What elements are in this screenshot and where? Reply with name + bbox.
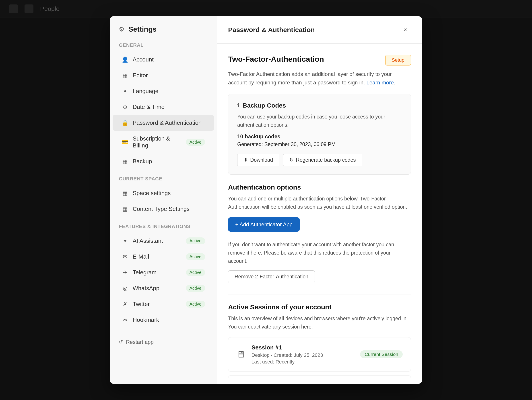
twitter-label: Twitter xyxy=(133,301,182,308)
backup-card-title: Backup Codes xyxy=(243,102,286,109)
sidebar-item-twitter[interactable]: ✗ Twitter Active xyxy=(113,296,214,312)
subscription-label: Subscription & Billing xyxy=(133,135,182,149)
whatsapp-icon: ◎ xyxy=(121,285,129,292)
main-panel: Password & Authentication × Two-Factor-A… xyxy=(217,16,422,384)
language-label: Language xyxy=(133,88,205,95)
section-label-general: General xyxy=(110,42,217,52)
ai-label: AI Assistant xyxy=(133,237,182,244)
session-2-icon: 🖥 xyxy=(236,382,245,384)
settings-sidebar: ⚙ Settings General 👤 Account ▦ Editor ✦ … xyxy=(110,16,217,384)
email-badge: Active xyxy=(186,253,205,260)
restart-icon: ↺ xyxy=(119,339,123,345)
session-1-name: Session #1 xyxy=(252,344,354,351)
account-label: Account xyxy=(133,56,205,63)
sidebar-item-password-auth[interactable]: 🔒 Password & Authentication xyxy=(113,115,214,131)
regenerate-button[interactable]: ↻ Regenerate backup codes xyxy=(283,154,362,166)
sessions-title: Active Sessions of your account xyxy=(228,303,411,311)
section-label-space: Current space xyxy=(110,176,217,185)
sidebar-item-language[interactable]: ✦ Language xyxy=(113,83,214,99)
setup-button[interactable]: Setup xyxy=(385,55,411,66)
settings-modal: ⚙ Settings General 👤 Account ▦ Editor ✦ … xyxy=(110,16,422,384)
sidebar-item-telegram[interactable]: ✈ Telegram Active xyxy=(113,265,214,280)
sidebar-item-whatsapp[interactable]: ◎ WhatsApp Active xyxy=(113,280,214,296)
session-2-name: Session #2 xyxy=(252,383,403,384)
datetime-icon: ⊙ xyxy=(121,104,129,110)
settings-icon: ⚙ xyxy=(119,26,124,33)
regenerate-label: Regenerate backup codes xyxy=(296,157,356,163)
auth-options-title: Authentication options xyxy=(228,184,411,191)
close-button[interactable]: × xyxy=(400,24,411,35)
session-1-last-used: Last used: Recently xyxy=(252,359,354,365)
backup-count: 10 backup codes xyxy=(237,133,402,140)
session-1-meta: Desktop · Created: July 25, 2023 xyxy=(252,352,354,358)
backup-info-icon: ℹ xyxy=(237,102,240,109)
twitter-icon: ✗ xyxy=(121,301,129,307)
restart-label: Restart app xyxy=(126,339,154,345)
twitter-badge: Active xyxy=(186,301,205,308)
backup-codes-card: ℹ Backup Codes You can use your backup c… xyxy=(228,94,411,175)
sidebar-item-email[interactable]: ✉ E-Mail Active xyxy=(113,249,214,265)
sidebar-item-editor[interactable]: ▦ Editor xyxy=(113,68,214,83)
ai-badge: Active xyxy=(186,237,205,244)
session-card-1: 🖥 Session #1 Desktop · Created: July 25,… xyxy=(228,337,411,372)
tfa-section-top: Two-Factor-Authentication Setup xyxy=(228,55,411,66)
language-icon: ✦ xyxy=(121,88,129,94)
subscription-badge: Active xyxy=(186,139,205,146)
current-session-badge: Current Session xyxy=(360,350,403,358)
main-panel-title: Password & Authentication xyxy=(228,26,315,34)
telegram-badge: Active xyxy=(186,269,205,276)
regenerate-icon: ↻ xyxy=(289,157,294,163)
content-type-label: Content Type Settings xyxy=(133,206,205,212)
sidebar-item-backup[interactable]: ▦ Backup xyxy=(113,154,214,169)
sidebar-title: Settings xyxy=(128,25,157,33)
sessions-desc: This is an overview of all devices and b… xyxy=(228,314,411,331)
editor-label: Editor xyxy=(133,72,205,79)
whatsapp-badge: Active xyxy=(186,285,205,292)
sidebar-item-account[interactable]: 👤 Account xyxy=(113,52,214,68)
add-authenticator-button[interactable]: + Add Authenticator App xyxy=(228,217,300,232)
sidebar-item-datetime[interactable]: ⊙ Date & Time xyxy=(113,99,214,115)
backup-card-desc: You can use your backup codes in case yo… xyxy=(237,113,402,129)
account-icon: 👤 xyxy=(121,56,129,63)
restart-app-button[interactable]: ↺ Restart app xyxy=(110,334,217,350)
session-card-2: 🖥 Session #2 xyxy=(228,375,411,384)
remove-2fa-button[interactable]: Remove 2-Factor-Authentication xyxy=(228,270,315,283)
sidebar-item-ai[interactable]: ✦ AI Assistant Active xyxy=(113,233,214,249)
password-icon: 🔒 xyxy=(121,120,129,126)
sidebar-item-space-settings[interactable]: ▦ Space settings xyxy=(113,185,214,201)
modal-backdrop: ⚙ Settings General 👤 Account ▦ Editor ✦ … xyxy=(0,0,532,400)
sidebar-item-content-type[interactable]: ▦ Content Type Settings xyxy=(113,201,214,217)
tfa-title: Two-Factor-Authentication xyxy=(228,55,324,63)
main-body: Two-Factor-Authentication Setup Two-Fact… xyxy=(217,44,422,384)
sessions-section: Active Sessions of your account This is … xyxy=(228,303,411,384)
main-header: Password & Authentication × xyxy=(217,16,422,44)
tfa-description: Two-Factor Authentication adds an additi… xyxy=(228,70,411,87)
backup-card-header: ℹ Backup Codes xyxy=(237,102,402,109)
backup-generated: Generated: September 30, 2023, 06:09 PM xyxy=(237,142,402,148)
sidebar-item-subscription[interactable]: 💳 Subscription & Billing Active xyxy=(113,131,214,154)
section-divider xyxy=(228,294,411,295)
hookmark-label: Hookmark xyxy=(133,316,205,323)
section-label-features: Features & Integrations xyxy=(110,224,217,233)
download-label: Download xyxy=(250,157,273,163)
email-label: E-Mail xyxy=(133,253,182,260)
datetime-label: Date & Time xyxy=(133,104,205,111)
telegram-icon: ✈ xyxy=(121,270,129,276)
editor-icon: ▦ xyxy=(121,72,129,79)
session-1-icon: 🖥 xyxy=(236,350,245,359)
hookmark-icon: ∞ xyxy=(121,317,129,323)
sidebar-item-hookmark[interactable]: ∞ Hookmark xyxy=(113,312,214,328)
backup-actions: ⬇ Download ↻ Regenerate backup codes xyxy=(237,154,402,166)
download-button[interactable]: ⬇ Download xyxy=(237,154,279,166)
session-2-info: Session #2 xyxy=(252,383,403,384)
subscription-icon: 💳 xyxy=(121,139,129,145)
auth-options-desc: You can add one or multiple authenticati… xyxy=(228,195,411,211)
password-auth-label: Password & Authentication xyxy=(133,119,205,126)
learn-more-link[interactable]: Learn more xyxy=(366,80,394,86)
download-icon: ⬇ xyxy=(244,157,248,163)
remove-warning-text: If you don't want to authenticate your a… xyxy=(228,240,411,265)
space-settings-icon: ▦ xyxy=(121,190,129,197)
ai-icon: ✦ xyxy=(121,238,129,244)
telegram-label: Telegram xyxy=(133,269,182,276)
email-icon: ✉ xyxy=(121,254,129,260)
